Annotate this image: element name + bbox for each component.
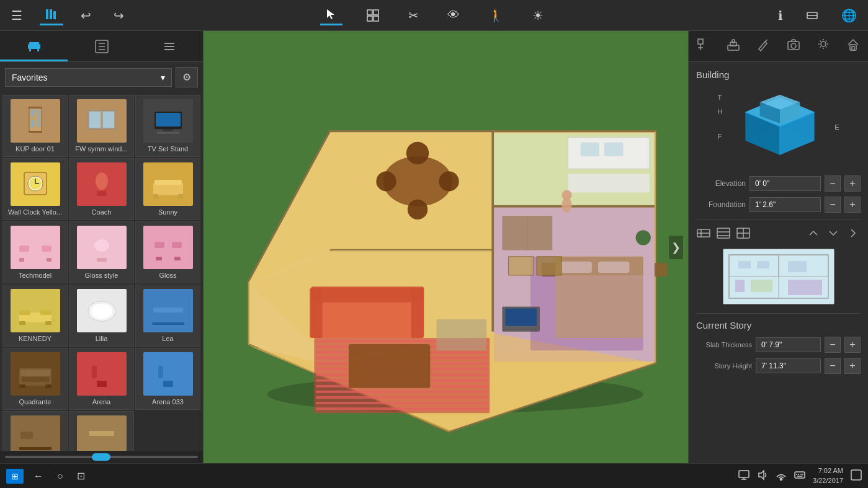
floor-plan-canvas[interactable]	[204, 31, 688, 463]
view-btn[interactable]: 👁	[442, 6, 465, 25]
svg-line-157	[820, 41, 821, 42]
svg-line-160	[820, 47, 821, 48]
svg-rect-20	[30, 120, 35, 127]
svg-marker-196	[759, 471, 764, 479]
stories-btn[interactable]	[800, 6, 824, 25]
expand-arrow[interactable]: ❯	[669, 236, 683, 259]
tab-list[interactable]	[135, 31, 203, 61]
search-bar: Favorites ▾ ⚙	[0, 62, 203, 92]
svg-point-98	[406, 142, 429, 164]
floor-plan-thumbnail[interactable]	[723, 249, 834, 304]
story-icon-2[interactable]	[716, 226, 731, 244]
list-item[interactable]: Gloss style	[69, 221, 134, 283]
cut-btn[interactable]: ✂	[403, 6, 424, 25]
scroll-track[interactable]	[5, 456, 198, 458]
tab-furniture[interactable]	[0, 31, 68, 61]
list-item[interactable]: Coach	[69, 158, 134, 220]
elevation-increase-btn[interactable]: +	[844, 175, 861, 192]
screen-btn[interactable]	[738, 469, 749, 482]
walk-btn[interactable]: 🚶	[483, 6, 509, 25]
scroll-thumb[interactable]	[92, 453, 110, 461]
svg-rect-121	[316, 391, 488, 393]
story-icon-3[interactable]	[736, 226, 751, 244]
elevation-decrease-btn[interactable]: −	[825, 175, 841, 192]
right-tab-select[interactable]	[692, 35, 715, 57]
tab-style[interactable]	[68, 31, 135, 61]
network-btn[interactable]	[776, 469, 787, 482]
svg-rect-7	[374, 16, 378, 21]
story-icon-1[interactable]	[696, 226, 711, 244]
svg-rect-131	[655, 263, 667, 277]
svg-line-158	[826, 47, 827, 48]
slab-increase-btn[interactable]: +	[844, 337, 861, 353]
right-tab-home[interactable]	[841, 35, 865, 57]
list-item[interactable]: Wall Clock Yello...	[2, 158, 68, 220]
right-tab-camera[interactable]	[782, 35, 805, 57]
system-tray: 7:02 AM 3/22/2017	[738, 466, 862, 486]
list-item[interactable]: TV Set Stand	[135, 95, 200, 157]
svg-rect-61	[45, 321, 51, 325]
svg-rect-12	[29, 49, 31, 51]
volume-btn[interactable]	[757, 469, 768, 482]
undo-btn[interactable]: ↩	[76, 6, 96, 25]
list-item[interactable]: FW symm wind...	[69, 95, 134, 157]
list-item[interactable]: KENNEDY	[2, 285, 68, 347]
story-height-decrease-btn[interactable]: −	[825, 358, 841, 374]
globe-btn[interactable]: 🌐	[836, 6, 862, 25]
building-3d-preview: T H F E	[696, 86, 861, 167]
sun-btn[interactable]: ☀	[527, 6, 548, 25]
list-item[interactable]: Arena 033	[135, 348, 200, 410]
list-item[interactable]	[2, 411, 68, 451]
divider-1	[696, 219, 861, 220]
story-height-input[interactable]	[756, 358, 821, 373]
list-item[interactable]	[69, 411, 134, 451]
svg-rect-13	[37, 49, 39, 51]
menu-btn[interactable]: ☰	[6, 6, 27, 25]
home-circle-btn[interactable]: ○	[53, 469, 67, 483]
list-item[interactable]: KUP door 01	[2, 95, 68, 157]
settings-gear-btn[interactable]: ⚙	[176, 67, 198, 87]
svg-rect-19	[30, 109, 35, 117]
slab-decrease-btn[interactable]: −	[825, 337, 841, 353]
favorites-dropdown[interactable]: Favorites ▾	[5, 68, 172, 87]
foundation-decrease-btn[interactable]: −	[825, 197, 841, 213]
start-button[interactable]: ⊞	[6, 469, 24, 484]
notifications-btn[interactable]	[851, 469, 862, 483]
back-btn[interactable]: ←	[30, 469, 47, 483]
story-icon-right[interactable]	[846, 226, 861, 244]
svg-rect-38	[97, 191, 107, 196]
info-btn[interactable]: ℹ	[773, 6, 788, 25]
foundation-increase-btn[interactable]: +	[844, 197, 861, 213]
list-item[interactable]: Sunny	[135, 158, 200, 220]
list-item[interactable]: Lilia	[69, 285, 134, 347]
multitask-btn[interactable]: ⊡	[73, 469, 89, 483]
list-item[interactable]: Quadrante	[2, 348, 68, 410]
redo-btn[interactable]: ↪	[109, 6, 129, 25]
select-tool-btn[interactable]	[320, 6, 342, 25]
center-toolbar: ✂ 👁 🚶 ☀	[320, 6, 548, 25]
list-item[interactable]: Gloss	[135, 221, 200, 283]
story-icon-down[interactable]	[826, 226, 841, 244]
list-item[interactable]: Techmodel	[2, 221, 68, 283]
list-item[interactable]: Lea	[135, 285, 200, 347]
slab-thickness-input[interactable]	[756, 337, 821, 352]
svg-rect-74	[92, 366, 97, 378]
rooms-btn[interactable]	[361, 6, 385, 25]
left-tabs	[0, 31, 203, 62]
elevation-input[interactable]	[749, 176, 821, 191]
keyboard-btn[interactable]	[794, 469, 805, 482]
foundation-input[interactable]	[749, 197, 821, 212]
list-item[interactable]: Arena	[69, 348, 134, 410]
svg-rect-41	[153, 194, 158, 199]
right-tab-lighting[interactable]	[812, 35, 835, 57]
svg-point-100	[439, 171, 459, 191]
svg-rect-148	[732, 40, 735, 43]
svg-rect-141	[509, 257, 534, 275]
library-btn[interactable]	[40, 5, 63, 25]
right-tab-paint[interactable]	[751, 35, 775, 57]
right-tab-build[interactable]	[722, 35, 745, 57]
svg-rect-59	[40, 310, 51, 315]
svg-rect-40	[154, 180, 182, 185]
story-height-increase-btn[interactable]: +	[844, 358, 861, 374]
story-icon-up[interactable]	[806, 226, 821, 244]
